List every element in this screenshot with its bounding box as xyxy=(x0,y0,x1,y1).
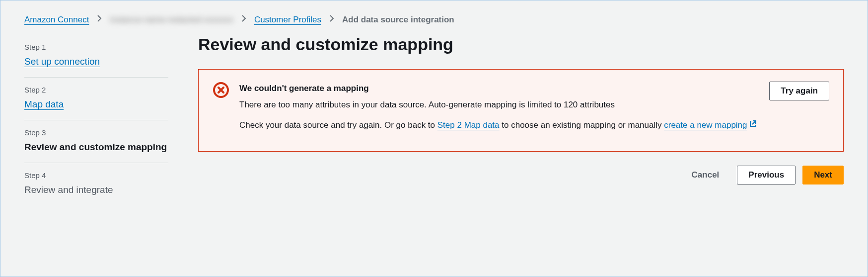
previous-button[interactable]: Previous xyxy=(737,166,796,185)
wizard-step-4: Step 4 Review and integrate xyxy=(24,163,168,205)
page-title: Review and customize mapping xyxy=(198,35,844,54)
step-title: Review and customize mapping xyxy=(24,142,168,153)
wizard-step-1[interactable]: Step 1 Set up connection xyxy=(24,35,168,78)
wizard-steps-sidebar: Step 1 Set up connection Step 2 Map data… xyxy=(24,35,168,205)
wizard-step-2[interactable]: Step 2 Map data xyxy=(24,78,168,120)
step-number: Step 1 xyxy=(24,43,168,51)
wizard-step-3: Step 3 Review and customize mapping xyxy=(24,120,168,163)
try-again-button[interactable]: Try again xyxy=(769,82,829,100)
chevron-right-icon xyxy=(241,14,246,25)
step-2-map-data-link[interactable]: Step 2 Map data xyxy=(437,120,500,130)
step-title[interactable]: Map data xyxy=(24,99,168,110)
alert-title: We couldn't generate a mapping xyxy=(239,82,759,95)
alert-text-prefix: Check your data source and try again. Or… xyxy=(239,120,437,130)
alert-description-1: There are too many attributes in your da… xyxy=(239,98,759,111)
breadcrumb-current: Add data source integration xyxy=(342,15,454,25)
error-icon xyxy=(213,82,229,98)
step-number: Step 2 xyxy=(24,86,168,94)
footer-actions: Cancel Previous Next xyxy=(198,166,844,185)
alert-body: We couldn't generate a mapping There are… xyxy=(239,82,759,139)
step-title[interactable]: Set up connection xyxy=(24,56,168,67)
alert-description-2: Check your data source and try again. Or… xyxy=(239,118,759,132)
breadcrumb-customer-profiles[interactable]: Customer Profiles xyxy=(254,15,321,25)
cancel-button[interactable]: Cancel xyxy=(681,166,730,184)
next-button[interactable]: Next xyxy=(802,166,844,185)
chevron-right-icon xyxy=(329,14,334,25)
create-new-mapping-link[interactable]: create a new mapping xyxy=(664,120,757,130)
breadcrumb: Amazon Connect instance-name-redacted-xx… xyxy=(0,0,868,35)
alert-action: Try again xyxy=(769,82,829,100)
chevron-right-icon xyxy=(97,14,102,25)
step-title: Review and integrate xyxy=(24,185,168,195)
step-number: Step 3 xyxy=(24,128,168,137)
step-number: Step 4 xyxy=(24,171,168,180)
main-content: Review and customize mapping We couldn't… xyxy=(198,35,844,205)
alert-text-mid: to choose an existing mapping or manuall… xyxy=(500,120,664,130)
breadcrumb-instance: instance-name-redacted-xxxxxxx xyxy=(110,15,233,25)
breadcrumb-amazon-connect[interactable]: Amazon Connect xyxy=(24,15,89,25)
error-alert: We couldn't generate a mapping There are… xyxy=(198,69,844,152)
external-link-icon xyxy=(748,119,757,132)
